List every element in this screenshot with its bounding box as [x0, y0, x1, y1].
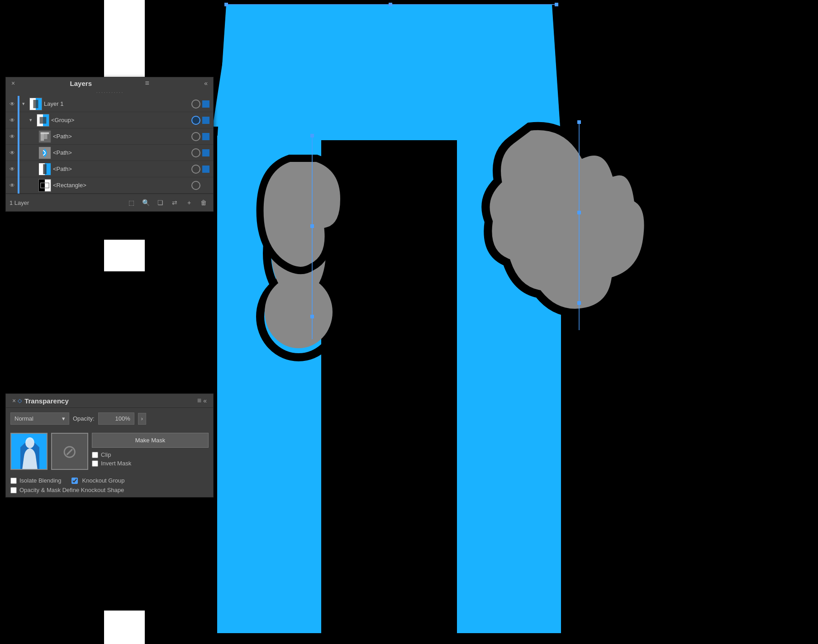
- layer-name-rect1: <Rectangle>: [53, 182, 191, 189]
- mask-buttons-area: Make Mask Clip Invert Mask: [92, 433, 209, 470]
- mask-thumbnail[interactable]: ⊘: [51, 433, 88, 470]
- eye-icon-path1[interactable]: 👁: [8, 133, 17, 140]
- svg-rect-26: [40, 117, 47, 123]
- layer-target-path1[interactable]: [191, 132, 200, 141]
- svg-point-40: [25, 437, 34, 448]
- layers-panel: × Layers ≡ « · · · · · · · · · · · 👁 ▾ L…: [5, 77, 214, 212]
- svg-point-8: [265, 276, 333, 348]
- eye-icon-path2[interactable]: 👁: [8, 150, 17, 156]
- svg-rect-35: [39, 180, 45, 191]
- transparency-menu-button[interactable]: ≡: [197, 397, 201, 405]
- isolate-blending-checkbox[interactable]: [10, 478, 17, 484]
- new-layer-from-selection-button[interactable]: ⬚: [125, 197, 137, 208]
- layer-row-rect1[interactable]: 👁 <Rectangle>: [6, 177, 213, 194]
- transparency-panel-title: Transparency: [24, 397, 197, 405]
- blend-mode-chevron-icon: ▾: [62, 415, 65, 422]
- object-thumbnail[interactable]: [10, 433, 48, 470]
- expand-arrow-layer1[interactable]: ▾: [22, 101, 29, 107]
- opacity-mask-checkbox[interactable]: [10, 487, 17, 493]
- opacity-input[interactable]: [98, 412, 134, 425]
- layer-name-group1: <Group>: [51, 117, 191, 123]
- clip-label: Clip: [101, 451, 111, 458]
- layer-mode-btn-group1[interactable]: [202, 117, 209, 124]
- layer-mode-btn-path3[interactable]: [202, 166, 209, 173]
- invert-mask-checkbox[interactable]: [92, 460, 98, 467]
- blend-mode-value: Normal: [14, 415, 33, 422]
- eye-icon-group1[interactable]: 👁: [8, 117, 17, 123]
- layer-thumbnail-path3: [38, 163, 51, 175]
- canvas-white-area-2: [104, 240, 145, 271]
- layer-name-path3: <Path>: [53, 166, 191, 172]
- layer-thumbnail-rect1: [38, 179, 51, 192]
- svg-rect-18: [224, 3, 228, 6]
- transparency-collapse-button[interactable]: «: [201, 397, 209, 404]
- layer-row-group1[interactable]: 👁 ▾ <Group>: [6, 112, 213, 128]
- mask-options: Clip Invert Mask: [92, 451, 209, 467]
- eye-icon-rect1[interactable]: 👁: [8, 182, 17, 189]
- expand-arrow-group1[interactable]: ▾: [29, 117, 37, 123]
- masks-row: ⊘ Make Mask Clip Invert Mask: [6, 429, 213, 474]
- link-layers-button[interactable]: ⇄: [169, 197, 181, 208]
- layer-color-bar-path1: [18, 128, 19, 145]
- layer-target-group1[interactable]: [191, 116, 200, 125]
- svg-rect-19: [555, 3, 558, 6]
- add-layer-button[interactable]: +: [183, 197, 195, 208]
- layer-name-path2: <Path>: [53, 149, 191, 156]
- layer-row-path1[interactable]: 👁 <Path>: [6, 128, 213, 145]
- layer-color-bar-layer1: [18, 96, 19, 112]
- layer-row-path3[interactable]: 👁 <Path>: [6, 161, 213, 177]
- svg-rect-20: [389, 3, 392, 6]
- transparency-options-row: Isolate Blending Knockout Group Opacity …: [6, 474, 213, 497]
- layer-row-layer1[interactable]: 👁 ▾ Layer 1: [6, 96, 213, 112]
- layer-count-label: 1 Layer: [10, 199, 123, 206]
- delete-layer-button[interactable]: 🗑: [198, 197, 209, 208]
- layer-name-path1: <Path>: [53, 133, 191, 140]
- layer-thumbnail-layer1: [29, 98, 42, 110]
- svg-rect-12: [310, 315, 314, 318]
- invert-mask-label: Invert Mask: [101, 460, 131, 467]
- eye-icon-path3[interactable]: 👁: [8, 166, 17, 172]
- knockout-group-checkbox[interactable]: [71, 478, 78, 484]
- svg-rect-14: [577, 120, 581, 124]
- layer-row-path2[interactable]: 👁 <Path>: [6, 145, 213, 161]
- svg-marker-2: [217, 5, 561, 140]
- eye-icon-layer1[interactable]: 👁: [8, 101, 17, 107]
- layer-target-path2[interactable]: [191, 148, 200, 157]
- layers-close-button[interactable]: ×: [10, 80, 17, 87]
- clip-checkbox[interactable]: [92, 452, 98, 458]
- svg-rect-11: [310, 224, 314, 228]
- layer-mode-btn-path2[interactable]: [202, 149, 209, 156]
- canvas-white-area-3: [104, 611, 145, 644]
- svg-rect-15: [577, 211, 581, 214]
- opacity-arrow-button[interactable]: ›: [138, 413, 146, 425]
- transparency-diamond-icon: ◇: [18, 398, 22, 404]
- layers-footer: 1 Layer ⬚ 🔍 ❏ ⇄ + 🗑: [6, 194, 213, 211]
- layers-menu-button[interactable]: ≡: [145, 79, 149, 87]
- svg-rect-34: [43, 164, 46, 174]
- layer-target-layer1[interactable]: [191, 99, 200, 109]
- layer-target-rect1[interactable]: [191, 181, 200, 190]
- search-layers-button[interactable]: 🔍: [140, 197, 152, 208]
- svg-rect-36: [45, 180, 51, 191]
- transparency-panel: × ◇ Transparency ≡ « Normal ▾ Opacity: ›: [5, 393, 214, 497]
- layers-panel-title: Layers: [70, 80, 92, 87]
- layers-collapse-button[interactable]: «: [202, 80, 209, 87]
- opacity-mask-label: Opacity & Mask Define Knockout Shape: [19, 487, 124, 493]
- svg-rect-29: [44, 134, 47, 139]
- transparency-titlebar: × ◇ Transparency ≡ «: [6, 394, 213, 408]
- isolate-blending-row: Isolate Blending Knockout Group: [10, 477, 209, 484]
- layer-thumbnail-path1: [38, 130, 51, 143]
- duplicate-layer-button[interactable]: ❏: [154, 197, 166, 208]
- layer-color-bar-path2: [18, 145, 19, 161]
- clip-option-row: Clip: [92, 451, 209, 458]
- svg-rect-10: [310, 134, 314, 137]
- blend-mode-dropdown[interactable]: Normal ▾: [10, 412, 69, 425]
- layer-mode-btn-layer1[interactable]: [202, 100, 209, 108]
- layer-target-path3[interactable]: [191, 165, 200, 174]
- layer-name-layer1: Layer 1: [44, 100, 191, 107]
- artwork-canvas: [208, 0, 818, 644]
- make-mask-button[interactable]: Make Mask: [92, 433, 209, 448]
- isolate-blending-label: Isolate Blending: [19, 477, 62, 484]
- layer-mode-btn-path1[interactable]: [202, 133, 209, 140]
- transparency-close-button[interactable]: ×: [10, 397, 18, 404]
